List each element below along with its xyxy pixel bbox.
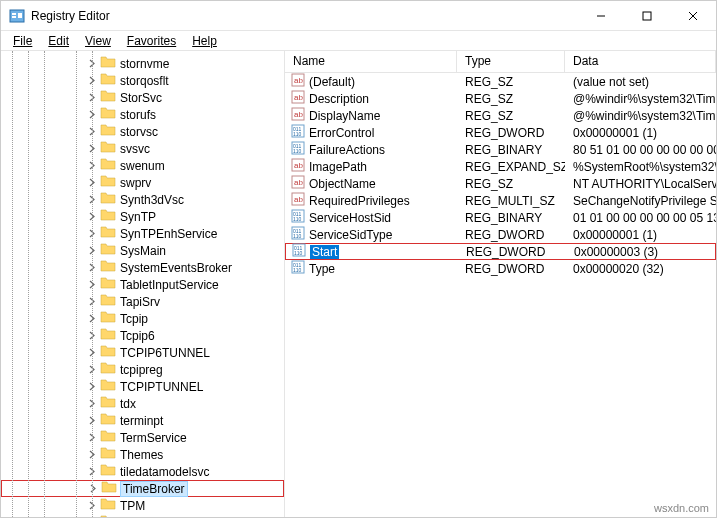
value-row-failureactions[interactable]: 011110FailureActionsREG_BINARY80 51 01 0… bbox=[285, 141, 716, 158]
tree-item-tabletinputservice[interactable]: TabletInputService bbox=[1, 276, 284, 293]
tree-item-stornvme[interactable]: stornvme bbox=[1, 55, 284, 72]
expander-icon[interactable] bbox=[87, 313, 98, 324]
expander-icon[interactable] bbox=[87, 381, 98, 392]
expander-icon[interactable] bbox=[87, 347, 98, 358]
expander-icon[interactable] bbox=[87, 75, 98, 86]
tree-label: SynTP bbox=[120, 210, 156, 224]
tree-label: tiledatamodelsvc bbox=[120, 465, 209, 479]
tree-item-svsvc[interactable]: svsvc bbox=[1, 140, 284, 157]
tree-label: stornvme bbox=[120, 57, 169, 71]
value-row-errorcontrol[interactable]: 011110ErrorControlREG_DWORD0x00000001 (1… bbox=[285, 124, 716, 141]
value-row-type[interactable]: 011110TypeREG_DWORD0x00000020 (32) bbox=[285, 260, 716, 277]
tree-item-tpm[interactable]: TPM bbox=[1, 497, 284, 514]
list-body[interactable]: ab(Default)REG_SZ(value not set)abDescri… bbox=[285, 73, 716, 517]
list-pane: Name Type Data ab(Default)REG_SZ(value n… bbox=[285, 51, 716, 517]
expander-icon[interactable] bbox=[87, 143, 98, 154]
menu-view[interactable]: View bbox=[77, 32, 119, 50]
maximize-button[interactable] bbox=[624, 1, 670, 30]
value-type: REG_SZ bbox=[457, 92, 565, 106]
tree-item-storqosflt[interactable]: storqosflt bbox=[1, 72, 284, 89]
expander-icon[interactable] bbox=[87, 432, 98, 443]
col-header-type[interactable]: Type bbox=[457, 51, 565, 72]
expander-icon[interactable] bbox=[87, 262, 98, 273]
tree-item-tcpip[interactable]: Tcpip bbox=[1, 310, 284, 327]
tree-item-tcpip6tunnel[interactable]: TCPIP6TUNNEL bbox=[1, 344, 284, 361]
expander-icon[interactable] bbox=[87, 415, 98, 426]
expander-icon[interactable] bbox=[87, 109, 98, 120]
expander-icon[interactable] bbox=[88, 483, 99, 494]
menu-help[interactable]: Help bbox=[184, 32, 225, 50]
expander-icon[interactable] bbox=[87, 92, 98, 103]
expander-icon[interactable] bbox=[87, 296, 98, 307]
expander-icon[interactable] bbox=[87, 228, 98, 239]
minimize-button[interactable] bbox=[578, 1, 624, 30]
watermark: wsxdn.com bbox=[654, 502, 709, 514]
tree-item-syntpenhservice[interactable]: SynTPEnhService bbox=[1, 225, 284, 242]
tree-item-tcpiptunnel[interactable]: TCPIPTUNNEL bbox=[1, 378, 284, 395]
col-header-data[interactable]: Data bbox=[565, 51, 716, 72]
expander-icon[interactable] bbox=[87, 330, 98, 341]
tree-item-storvsc[interactable]: storvsc bbox=[1, 123, 284, 140]
folder-icon bbox=[100, 208, 120, 225]
value-data: NT AUTHORITY\LocalService bbox=[565, 177, 716, 191]
tree-label: TimeBroker bbox=[121, 482, 187, 496]
tree-item-storufs[interactable]: storufs bbox=[1, 106, 284, 123]
expander-icon[interactable] bbox=[87, 364, 98, 375]
value-row-objectname[interactable]: abObjectNameREG_SZNT AUTHORITY\LocalServ… bbox=[285, 175, 716, 192]
tree-item-tcpipreg[interactable]: tcpipreg bbox=[1, 361, 284, 378]
value-type: REG_MULTI_SZ bbox=[457, 194, 565, 208]
value-row--default-[interactable]: ab(Default)REG_SZ(value not set) bbox=[285, 73, 716, 90]
expander-icon[interactable] bbox=[87, 279, 98, 290]
tree-pane[interactable]: stornvmestorqosfltStorSvcstorufsstorvscs… bbox=[1, 51, 285, 517]
tree-label: terminpt bbox=[120, 414, 163, 428]
svg-rect-3 bbox=[18, 13, 22, 18]
folder-icon bbox=[100, 55, 120, 72]
menu-edit[interactable]: Edit bbox=[40, 32, 77, 50]
tree-item-swprv[interactable]: swprv bbox=[1, 174, 284, 191]
expander-icon[interactable] bbox=[87, 245, 98, 256]
svg-rect-2 bbox=[12, 16, 16, 18]
value-type-icon: ab bbox=[291, 73, 305, 90]
tree-item-themes[interactable]: Themes bbox=[1, 446, 284, 463]
menubar: File Edit View Favorites Help bbox=[1, 31, 716, 51]
tree-item-storsvc[interactable]: StorSvc bbox=[1, 89, 284, 106]
value-type-icon: ab bbox=[291, 107, 305, 124]
expander-icon[interactable] bbox=[87, 398, 98, 409]
value-row-description[interactable]: abDescriptionREG_SZ@%windir%\system32\Ti… bbox=[285, 90, 716, 107]
expander-icon[interactable] bbox=[87, 449, 98, 460]
tree-item-tiledatamodelsvc[interactable]: tiledatamodelsvc bbox=[1, 463, 284, 480]
expander-icon[interactable] bbox=[87, 211, 98, 222]
expander-icon[interactable] bbox=[87, 466, 98, 477]
tree-item-timebroker[interactable]: TimeBroker bbox=[1, 480, 284, 497]
col-header-name[interactable]: Name bbox=[285, 51, 457, 72]
close-button[interactable] bbox=[670, 1, 716, 30]
expander-icon[interactable] bbox=[87, 58, 98, 69]
tree-item-syntp[interactable]: SynTP bbox=[1, 208, 284, 225]
tree-item-tapisrv[interactable]: TapiSrv bbox=[1, 293, 284, 310]
tree-item-swenum[interactable]: swenum bbox=[1, 157, 284, 174]
tree-item-trkwks[interactable]: TrkWks bbox=[1, 514, 284, 517]
menu-file[interactable]: File bbox=[5, 32, 40, 50]
tree-label: TermService bbox=[120, 431, 187, 445]
menu-favorites[interactable]: Favorites bbox=[119, 32, 184, 50]
folder-icon bbox=[100, 72, 120, 89]
expander-icon[interactable] bbox=[87, 160, 98, 171]
tree-item-termservice[interactable]: TermService bbox=[1, 429, 284, 446]
tree-item-sysmain[interactable]: SysMain bbox=[1, 242, 284, 259]
tree-label: TCPIPTUNNEL bbox=[120, 380, 203, 394]
expander-icon[interactable] bbox=[87, 194, 98, 205]
value-row-servicehostsid[interactable]: 011110ServiceHostSidREG_BINARY01 01 00 0… bbox=[285, 209, 716, 226]
expander-icon[interactable] bbox=[87, 177, 98, 188]
value-row-imagepath[interactable]: abImagePathREG_EXPAND_SZ%SystemRoot%\sys… bbox=[285, 158, 716, 175]
tree-item-tdx[interactable]: tdx bbox=[1, 395, 284, 412]
tree-item-tcpip6[interactable]: Tcpip6 bbox=[1, 327, 284, 344]
tree-item-synth3dvsc[interactable]: Synth3dVsc bbox=[1, 191, 284, 208]
tree-item-systemeventsbroker[interactable]: SystemEventsBroker bbox=[1, 259, 284, 276]
value-row-displayname[interactable]: abDisplayNameREG_SZ@%windir%\system32\Ti… bbox=[285, 107, 716, 124]
tree-item-terminpt[interactable]: terminpt bbox=[1, 412, 284, 429]
value-row-requiredprivileges[interactable]: abRequiredPrivilegesREG_MULTI_SZSeChange… bbox=[285, 192, 716, 209]
value-row-start[interactable]: 011110StartREG_DWORD0x00000003 (3) bbox=[285, 243, 716, 260]
expander-icon[interactable] bbox=[87, 126, 98, 137]
expander-icon[interactable] bbox=[87, 500, 98, 511]
value-row-servicesidtype[interactable]: 011110ServiceSidTypeREG_DWORD0x00000001 … bbox=[285, 226, 716, 243]
